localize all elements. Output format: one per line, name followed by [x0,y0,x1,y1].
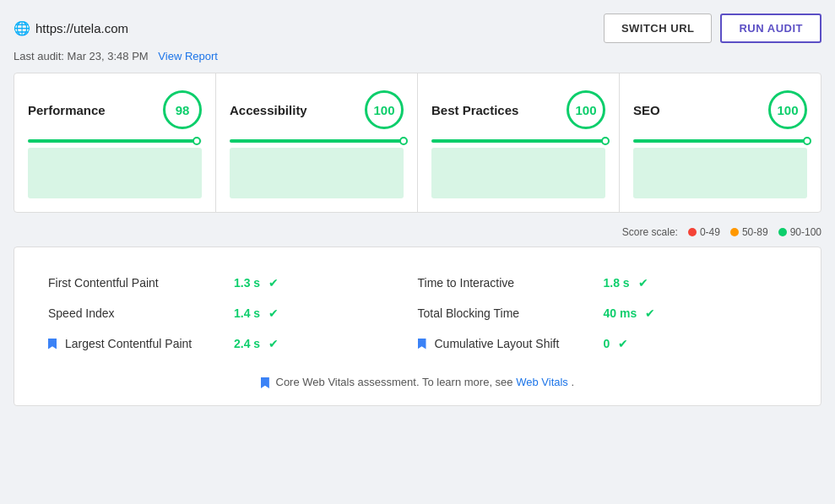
scale-item-green: 90-100 [778,226,821,238]
score-scale: Score scale: 0-49 50-89 90-100 [14,226,821,238]
slider-track [431,139,605,143]
switch-url-button[interactable]: SWITCH URL [604,14,713,43]
metric-row: Total Blocking Time40 ms✔ [418,298,788,328]
metric-value: 40 ms [604,306,637,320]
metric-value: 0 [604,337,610,350]
metric-value-group: 1.3 s✔ [234,276,279,290]
page-header: 🌐 https://utela.com SWITCH URL RUN AUDIT [14,14,821,43]
score-label: SEO [633,103,660,117]
metric-row: Largest Contentful Paint2.4 s✔ [48,328,418,359]
score-slider-area [431,139,605,198]
scale-dot-red [688,228,697,236]
slider-fill [633,139,807,143]
score-circle: 100 [365,90,404,129]
score-chart [431,148,605,198]
metric-value: 1.8 s [604,276,630,290]
slider-thumb [601,137,610,145]
slider-track [230,139,404,143]
scale-item-orange: 50-89 [730,226,768,238]
metric-value-group: 0✔ [604,337,629,350]
score-chart [633,148,807,198]
scale-dot-orange [730,228,739,236]
header-buttons: SWITCH URL RUN AUDIT [604,14,821,43]
score-header: Performance 98 [28,90,202,129]
score-circle: 98 [163,90,202,129]
score-header: SEO 100 [633,90,807,129]
web-vitals-text: Core Web Vitals assessment. To learn mor… [276,376,513,388]
metric-value-group: 1.8 s✔ [604,276,648,290]
check-icon: ✔ [645,306,655,320]
scale-label: Score scale: [622,226,678,238]
metric-value: 1.4 s [234,306,260,320]
slider-track [28,139,202,143]
metric-name: Time to Interactive [418,276,604,290]
metric-value-group: 40 ms✔ [604,306,656,320]
score-slider-area [633,139,807,198]
scale-range-red: 0-49 [700,226,720,238]
slider-track [633,139,807,143]
last-audit-text: Last audit: Mar 23, 3:48 PM [14,50,149,62]
slider-fill [28,139,197,143]
metric-value-group: 1.4 s✔ [234,306,279,320]
check-icon: ✔ [618,337,628,350]
slider-thumb [803,137,811,145]
url-display: https://utela.com [35,21,128,35]
metrics-card: First Contentful Paint1.3 s✔Speed Index1… [14,247,821,406]
slider-thumb [192,137,201,145]
globe-icon: 🌐 [14,20,30,36]
check-icon: ✔ [268,276,279,290]
metric-row: Speed Index1.4 s✔ [48,298,418,328]
score-panel-seo: SEO 100 [620,73,821,212]
metric-name: Cumulative Layout Shift [418,337,604,350]
metric-row: Time to Interactive1.8 s✔ [418,268,788,298]
metric-value: 1.3 s [234,276,260,290]
score-label: Accessibility [230,103,307,117]
score-circle: 100 [768,90,807,129]
score-panel-accessibility: Accessibility 100 [216,73,418,212]
metric-name: Speed Index [48,306,234,320]
scale-dot-green [778,228,787,236]
slider-fill [230,139,404,143]
score-header: Accessibility 100 [230,90,404,129]
score-circle: 100 [567,90,605,129]
metric-row: First Contentful Paint1.3 s✔ [48,268,418,298]
check-icon: ✔ [268,337,279,350]
bookmark-icon-note [261,377,269,388]
score-panel-performance: Performance 98 [14,73,216,212]
score-slider-area [28,139,202,198]
scale-item-red: 0-49 [688,226,720,238]
check-icon: ✔ [268,306,279,320]
check-icon: ✔ [638,276,648,290]
scale-range-green: 90-100 [790,226,821,238]
metrics-left-col: First Contentful Paint1.3 s✔Speed Index1… [48,268,418,359]
web-vitals-note: Core Web Vitals assessment. To learn mor… [48,376,787,388]
score-chart [28,148,202,198]
scores-card: Performance 98 Accessibility 100 [14,73,821,213]
slider-fill [431,139,605,143]
metric-value-group: 2.4 s✔ [234,337,279,350]
slider-thumb [399,137,408,145]
bookmark-icon [418,339,426,350]
metric-name: Total Blocking Time [418,306,604,320]
score-slider-area [230,139,404,198]
metric-name: First Contentful Paint [48,276,234,290]
view-report-link[interactable]: View Report [158,50,218,62]
metric-row: Cumulative Layout Shift0✔ [418,328,788,359]
metric-name: Largest Contentful Paint [48,337,234,350]
bookmark-icon [48,339,57,350]
audit-info: Last audit: Mar 23, 3:48 PM View Report [14,50,821,62]
metrics-grid: First Contentful Paint1.3 s✔Speed Index1… [48,268,787,359]
score-label: Performance [28,103,106,117]
metric-value: 2.4 s [234,337,260,350]
score-chart [230,148,404,198]
scale-range-orange: 50-89 [742,226,768,238]
metrics-right-col: Time to Interactive1.8 s✔Total Blocking … [418,268,788,359]
score-panel-best-practices: Best Practices 100 [418,73,620,212]
url-section: 🌐 https://utela.com [14,20,128,36]
score-header: Best Practices 100 [431,90,605,129]
web-vitals-link[interactable]: Web Vitals [516,376,568,388]
run-audit-button[interactable]: RUN AUDIT [720,14,821,43]
score-label: Best Practices [431,103,518,117]
web-vitals-period: . [572,376,575,388]
